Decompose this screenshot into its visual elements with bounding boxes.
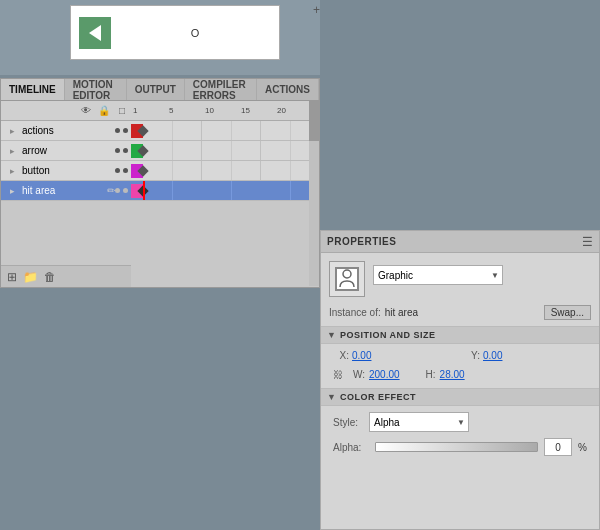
dot-2 xyxy=(123,128,128,133)
layer-icon-hit-area: ▸ xyxy=(5,184,19,198)
timeline-panel: TIMELINE MOTION EDITOR OUTPUT COMPILER E… xyxy=(0,78,320,288)
style-select[interactable]: Alpha None Brightness Tint Advanced xyxy=(369,412,469,432)
layer-name-hit-area: hit area xyxy=(22,185,105,196)
graphic-icon-box xyxy=(329,261,365,297)
grid-cell xyxy=(232,181,262,200)
add-folder-icon[interactable]: 📁 xyxy=(23,270,38,284)
svg-point-0 xyxy=(343,270,351,278)
layer-row-arrow[interactable]: ▸ arrow xyxy=(1,141,319,161)
scrollbar-thumb[interactable] xyxy=(309,101,319,141)
tab-actions[interactable]: ACTIONS xyxy=(257,79,319,100)
grid-cell xyxy=(173,181,203,200)
grid-button xyxy=(143,161,319,180)
grid-cell xyxy=(232,141,262,160)
layer-name-arrow: arrow xyxy=(22,145,115,156)
ruler-mark-15: 15 xyxy=(241,106,277,115)
alpha-value-box[interactable]: 0 xyxy=(544,438,572,456)
x-value[interactable]: 0.00 xyxy=(352,350,371,361)
dot-1 xyxy=(115,148,120,153)
color-effect-section-header: ▼ COLOR EFFECT xyxy=(321,388,599,406)
eye-icon[interactable]: 👁 xyxy=(79,104,93,118)
link-proportions-icon[interactable]: ⛓ xyxy=(333,369,343,380)
y-label: Y: xyxy=(464,350,480,361)
layer-row-hit-area[interactable]: ▸ hit area ✏ xyxy=(1,181,319,201)
position-size-title: POSITION AND SIZE xyxy=(340,330,436,340)
grid-cell xyxy=(173,161,203,180)
color-section-collapse-arrow[interactable]: ▼ xyxy=(327,392,336,402)
h-value[interactable]: 28.00 xyxy=(440,369,465,380)
properties-panel: PROPERTIES ☰ Graphic Movie Clip xyxy=(320,230,600,530)
grid-cell xyxy=(261,181,291,200)
layer-name-actions: actions xyxy=(22,125,115,136)
delete-layer-icon[interactable]: 🗑 xyxy=(44,270,56,284)
w-label: W: xyxy=(349,369,365,380)
layer-name-area-button: ▸ button xyxy=(1,164,131,178)
add-layer-icon[interactable]: ⊞ xyxy=(7,270,17,284)
dot-1 xyxy=(115,128,120,133)
layers-container: ▸ actions xyxy=(1,121,319,201)
tab-motion-editor[interactable]: MOTION EDITOR xyxy=(65,79,127,100)
wireframe-icon[interactable]: □ xyxy=(115,104,129,118)
y-field-row: Y: 0.00 xyxy=(464,350,587,361)
keyframe-hit-area xyxy=(131,184,143,198)
tab-output[interactable]: OUTPUT xyxy=(127,79,185,100)
pencil-icon: ✏ xyxy=(107,185,115,196)
y-value[interactable]: 0.00 xyxy=(483,350,502,361)
grid-cell xyxy=(202,161,232,180)
layer-name-button: button xyxy=(22,165,115,176)
h-label: H: xyxy=(420,369,436,380)
graphic-type-select[interactable]: Graphic Movie Clip Button xyxy=(373,265,503,285)
tab-timeline[interactable]: TIMELINE xyxy=(1,79,65,100)
properties-body: Graphic Movie Clip Button ▼ Instance of:… xyxy=(321,253,599,464)
swap-button[interactable]: Swap... xyxy=(544,305,591,320)
playhead-line xyxy=(143,181,145,200)
grid-cell xyxy=(202,121,232,140)
timeline-vertical-scrollbar[interactable] xyxy=(309,101,319,286)
x-field-row: X: 0.00 xyxy=(333,350,456,361)
grid-arrow xyxy=(143,141,319,160)
dot-1 xyxy=(115,188,120,193)
stage-canvas: O xyxy=(70,5,280,60)
layer-row-actions[interactable]: ▸ actions xyxy=(1,121,319,141)
alpha-slider[interactable] xyxy=(375,442,538,452)
stage-area: + O xyxy=(0,0,320,75)
tab-compiler-errors[interactable]: COMPILER ERRORS xyxy=(185,79,257,100)
grid-cell xyxy=(261,141,291,160)
play-arrow-icon xyxy=(89,25,101,41)
ruler-mark-5: 5 xyxy=(169,106,205,115)
dot-2 xyxy=(123,188,128,193)
ruler-mark-10: 10 xyxy=(205,106,241,115)
layer-row-button[interactable]: ▸ button xyxy=(1,161,319,181)
instance-name: hit area xyxy=(385,307,418,318)
instance-row: Instance of: hit area Swap... xyxy=(329,305,591,320)
keyframe-actions xyxy=(131,124,143,138)
grid-cell xyxy=(202,141,232,160)
stage-plus: + xyxy=(313,3,320,17)
style-label: Style: xyxy=(333,417,363,428)
style-row: Style: Alpha None Brightness Tint Advanc… xyxy=(329,412,591,432)
lock-icon[interactable]: 🔒 xyxy=(97,104,111,118)
layer-timeline-arrow xyxy=(131,141,319,160)
position-size-grid: X: 0.00 Y: 0.00 xyxy=(329,350,591,361)
properties-header: PROPERTIES ☰ xyxy=(321,231,599,253)
grid-cell xyxy=(202,181,232,200)
instance-label: Instance of: xyxy=(329,307,381,318)
ruler-mark-1: 1 xyxy=(133,106,169,115)
layer-timeline-actions xyxy=(131,121,319,140)
position-size-section-header: ▼ POSITION AND SIZE xyxy=(321,326,599,344)
graphic-type-dropdown-wrapper: Graphic Movie Clip Button ▼ xyxy=(373,265,503,285)
w-value[interactable]: 200.00 xyxy=(369,369,400,380)
grid-cell xyxy=(173,141,203,160)
timeline-bottom-toolbar: ⊞ 📁 🗑 xyxy=(1,265,131,287)
layer-icon-arrow: ▸ xyxy=(5,144,19,158)
section-collapse-arrow[interactable]: ▼ xyxy=(327,330,336,340)
play-button[interactable] xyxy=(79,17,111,49)
grid-cell xyxy=(261,161,291,180)
grid-cell xyxy=(173,121,203,140)
properties-menu-icon[interactable]: ☰ xyxy=(582,235,593,249)
timeline-header: 👁 🔒 □ 1 5 10 15 20 25 30 xyxy=(1,101,319,121)
layer-timeline-hit-area xyxy=(131,181,319,200)
grid-actions xyxy=(143,121,319,140)
alpha-row: Alpha: 0 % xyxy=(329,438,591,456)
graphic-symbol-icon xyxy=(338,269,356,289)
